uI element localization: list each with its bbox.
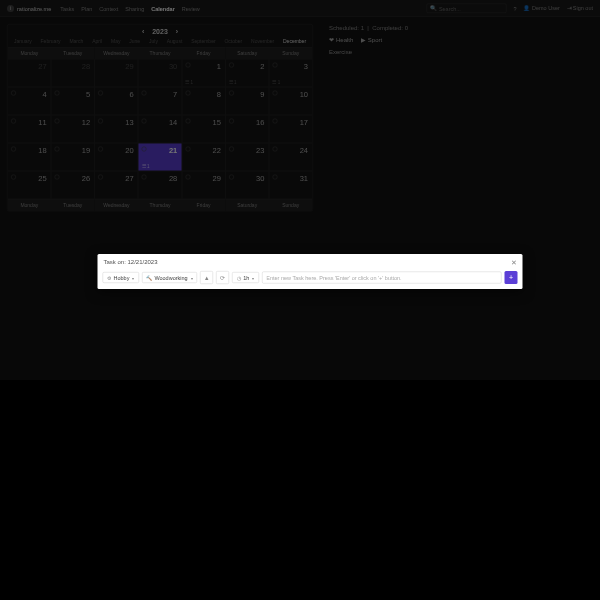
recurrence-button[interactable]: ⟳	[216, 271, 229, 284]
subcategory-label: Woodworking	[154, 275, 187, 281]
new-task-modal: Task on: 12/21/2023 ✕ ⚙ Hobby 🔨 Woodwork…	[98, 254, 523, 289]
duration-label: 1h	[243, 275, 249, 281]
priority-button[interactable]: ▲	[200, 271, 213, 284]
add-task-button[interactable]: +	[505, 271, 518, 284]
clock-icon: ◷	[237, 275, 242, 281]
chevron-down-icon	[131, 275, 134, 281]
subcategory-dropdown[interactable]: 🔨 Woodworking	[142, 272, 197, 283]
repeat-icon: ⟳	[220, 274, 225, 281]
tool-icon: 🔨	[146, 275, 152, 281]
gear-icon: ⚙	[107, 275, 112, 281]
modal-title: Task on: 12/21/2023	[104, 259, 158, 266]
duration-dropdown[interactable]: ◷ 1h	[232, 272, 259, 283]
modal-backdrop[interactable]	[0, 0, 600, 380]
task-input[interactable]	[262, 272, 502, 284]
category-dropdown[interactable]: ⚙ Hobby	[103, 272, 139, 283]
chevron-down-icon	[251, 275, 254, 281]
category-label: Hobby	[114, 275, 130, 281]
app-shell: i rationalize.me TasksPlanContextSharing…	[0, 0, 600, 380]
close-icon[interactable]: ✕	[511, 258, 517, 266]
flame-icon: ▲	[204, 274, 210, 281]
chevron-down-icon	[190, 275, 193, 281]
